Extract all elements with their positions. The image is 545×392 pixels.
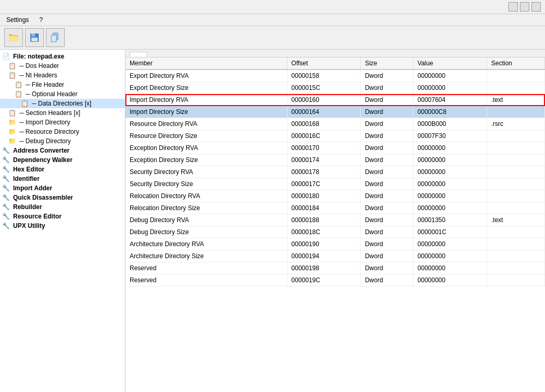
tool-icon: 🔧 xyxy=(2,222,10,229)
cell-offset: 00000168 xyxy=(287,118,361,130)
svg-rect-3 xyxy=(9,36,18,41)
cell-member: Export Directory RVA xyxy=(125,70,287,82)
svg-rect-5 xyxy=(31,33,36,37)
cell-offset: 0000017C xyxy=(287,178,361,190)
cell-size: Dword xyxy=(361,214,413,226)
sidebar-item-label: Identifier xyxy=(13,175,40,182)
sidebar-item-label: ─ Data Directories [x] xyxy=(32,100,91,107)
minimize-button[interactable] xyxy=(508,2,518,11)
cell-value: 00000000 xyxy=(413,238,487,250)
cell-value: 00007604 xyxy=(413,94,487,106)
svg-rect-9 xyxy=(51,35,56,42)
cell-offset: 00000180 xyxy=(287,190,361,202)
sidebar-item-label: Hex Editor xyxy=(13,166,44,173)
cell-value: 00000000 xyxy=(413,262,487,274)
sidebar-item[interactable]: 📄File: notepad.exe xyxy=(0,52,125,61)
table-row[interactable]: Architecture Directory RVA00000190Dword0… xyxy=(125,238,545,250)
toolbar-save-button[interactable] xyxy=(25,28,44,47)
table-row[interactable]: Exception Directory RVA00000170Dword0000… xyxy=(125,142,545,154)
table-row[interactable]: Import Directory Size00000164Dword000000… xyxy=(125,106,545,118)
sidebar-item[interactable]: 🔧Resource Editor xyxy=(0,212,125,221)
cell-member: Import Directory RVA xyxy=(125,94,287,106)
table-row[interactable]: Relocation Directory RVA00000180Dword000… xyxy=(125,190,545,202)
sidebar-item-label: ─ Resource Directory xyxy=(19,128,79,135)
sidebar-item[interactable]: 🔧UPX Utility xyxy=(0,221,125,230)
sidebar-item-label: Resource Editor xyxy=(13,213,62,220)
sidebar-item[interactable]: 🔧Identifier xyxy=(0,174,125,183)
table-row[interactable]: Relocation Directory Size00000184Dword00… xyxy=(125,202,545,214)
sidebar-item[interactable]: 📋─ File Header xyxy=(0,80,125,89)
cell-member: Reserved xyxy=(125,274,287,286)
doc-icon: 📋 xyxy=(8,109,16,117)
cell-offset: 0000018C xyxy=(287,226,361,238)
cell-value: 00001350 xyxy=(413,214,487,226)
cell-offset: 0000019C xyxy=(287,274,361,286)
main-layout: 📄File: notepad.exe📋─ Dos Header📋─ Nt Hea… xyxy=(0,50,545,392)
table-row[interactable]: Reserved0000019CDword00000000 xyxy=(125,274,545,286)
cell-section xyxy=(486,226,544,238)
cell-size: Dword xyxy=(361,190,413,202)
folder-icon: 📁 xyxy=(8,119,16,126)
cell-value: 00000000 xyxy=(413,250,487,262)
maximize-button[interactable] xyxy=(520,2,529,11)
table-row[interactable]: Import Directory RVA00000160Dword0000760… xyxy=(125,94,545,106)
folder-icon: 📁 xyxy=(8,128,16,135)
sidebar-item[interactable]: 📁─ Resource Directory xyxy=(0,127,125,136)
cell-size: Dword xyxy=(361,202,413,214)
table-row[interactable]: Resource Directory Size0000016CDword0000… xyxy=(125,130,545,142)
cell-value: 00000000 xyxy=(413,190,487,202)
cell-offset: 00000190 xyxy=(287,238,361,250)
table-row[interactable]: Resource Directory RVA00000168Dword0000B… xyxy=(125,118,545,130)
sidebar-item[interactable]: 🔧Rebuilder xyxy=(0,202,125,212)
cell-size: Dword xyxy=(361,82,413,94)
tab-bar xyxy=(125,50,545,57)
tool-icon: 🔧 xyxy=(2,156,10,164)
cell-size: Dword xyxy=(361,94,413,106)
menu-help[interactable]: ? xyxy=(37,15,45,25)
sidebar-item[interactable]: 📋─ Nt Headers xyxy=(0,71,125,80)
sidebar-item[interactable]: 📁─ Debug Directory xyxy=(0,136,125,146)
table-row[interactable]: Export Directory Size0000015CDword000000… xyxy=(125,82,545,94)
table-row[interactable]: Debug Directory Size0000018CDword0000001… xyxy=(125,226,545,238)
table-row[interactable]: Exception Directory Size00000174Dword000… xyxy=(125,154,545,166)
cell-value: 00000000 xyxy=(413,274,487,286)
sidebar-item[interactable]: 🔧Address Converter xyxy=(0,146,125,155)
table-row[interactable]: Debug Directory RVA00000188Dword00001350… xyxy=(125,214,545,226)
sidebar-item[interactable]: 📋─ Optional Header xyxy=(0,89,125,99)
table-row[interactable]: Security Directory Size0000017CDword0000… xyxy=(125,178,545,190)
toolbar xyxy=(0,26,545,50)
cell-member: Architecture Directory RVA xyxy=(125,238,287,250)
menu-settings[interactable]: Settings xyxy=(4,15,31,25)
cell-section xyxy=(486,154,544,166)
sidebar-item[interactable]: 🔧Dependency Walker xyxy=(0,155,125,165)
cell-member: Resource Directory Size xyxy=(125,130,287,142)
cell-section xyxy=(486,70,544,82)
sidebar-item[interactable]: 🔧Hex Editor xyxy=(0,165,125,174)
cell-section: .rsrc xyxy=(486,118,544,130)
cell-member: Reserved xyxy=(125,262,287,274)
cell-size: Dword xyxy=(361,166,413,178)
sidebar-item[interactable]: 📁─ Import Directory xyxy=(0,118,125,127)
file-icon: 📄 xyxy=(2,53,10,60)
cell-section xyxy=(486,106,544,118)
cell-member: Security Directory Size xyxy=(125,178,287,190)
toolbar-copy-button[interactable] xyxy=(46,28,65,47)
tool-icon: 🔧 xyxy=(2,185,10,192)
sidebar-item[interactable]: 🔧Quick Disassembler xyxy=(0,193,125,202)
table-row[interactable]: Export Directory RVA00000158Dword0000000… xyxy=(125,70,545,82)
table-row[interactable]: Reserved00000198Dword00000000 xyxy=(125,262,545,274)
cell-offset: 00000170 xyxy=(287,142,361,154)
sidebar-item[interactable]: 📋─ Section Headers [x] xyxy=(0,108,125,118)
table-row[interactable]: Security Directory RVA00000178Dword00000… xyxy=(125,166,545,178)
sidebar-item[interactable]: 📋─ Data Directories [x] xyxy=(0,99,125,108)
tab-notepad[interactable] xyxy=(130,52,147,57)
table-body: Export Directory RVA00000158Dword0000000… xyxy=(125,70,545,286)
table-container[interactable]: Member Offset Size Value Section Export … xyxy=(125,57,545,392)
sidebar-item[interactable]: 🔧Import Adder xyxy=(0,183,125,193)
sidebar-item[interactable]: 📋─ Dos Header xyxy=(0,61,125,71)
close-button[interactable] xyxy=(531,2,541,11)
table-row[interactable]: Architecture Directory Size00000194Dword… xyxy=(125,250,545,262)
toolbar-open-button[interactable] xyxy=(4,28,23,47)
cell-value: 0000001C xyxy=(413,226,487,238)
cell-section xyxy=(486,202,544,214)
